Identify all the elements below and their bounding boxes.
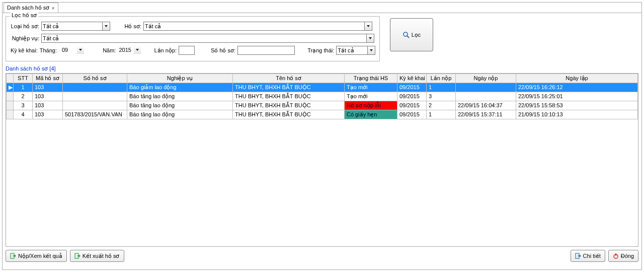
- ky-ke-khai-label: Kỳ kê khai:: [10, 47, 40, 53]
- filter-legend: Lọc hồ sơ: [10, 12, 38, 19]
- dong-button[interactable]: Đóng: [608, 250, 638, 262]
- cell-trang-thai: Hồ sơ nộp lỗi: [345, 101, 397, 110]
- table-row[interactable]: 2103Báo tăng lao độngTHU BHYT, BHXH BẮT …: [7, 92, 638, 101]
- table-row[interactable]: 3103Báo tăng lao độngTHU BHYT, BHXH BẮT …: [7, 101, 638, 110]
- cell-stt: 2: [14, 92, 33, 101]
- ho-so-table[interactable]: STT Mã hồ sơ Số hồ sơ Nghiệp vụ Tên hồ s…: [6, 73, 638, 247]
- thang-value: 09: [62, 47, 68, 53]
- col-ky-ke-khai[interactable]: Kỳ kê khai: [397, 74, 427, 83]
- ho-so-combo[interactable]: Tất cả: [143, 22, 372, 31]
- cell-so-ho-so: [63, 101, 127, 110]
- chevron-down-icon[interactable]: [367, 46, 375, 54]
- chevron-down-icon[interactable]: [366, 34, 374, 42]
- chi-tiet-button[interactable]: Chi tiết: [571, 250, 605, 262]
- close-icon[interactable]: ×: [51, 5, 54, 11]
- cell-trang-thai: Tạo mới: [345, 83, 397, 92]
- col-nghiep-vu[interactable]: Nghiệp vụ: [127, 74, 233, 83]
- cell-nghiep-vu: Báo tăng lao động: [127, 92, 233, 101]
- table-row[interactable]: 4103501783/2015/VAN.VANBáo tăng lao động…: [7, 110, 638, 119]
- cell-lan-nop: 2: [427, 101, 456, 110]
- cell-ma: 103: [33, 83, 63, 92]
- detail-icon: [575, 253, 581, 259]
- nam-combo[interactable]: 2015: [118, 46, 141, 55]
- cell-trang-thai: Có giấy hẹn: [345, 110, 397, 119]
- trang-thai-combo[interactable]: Tất cả: [336, 46, 375, 55]
- svg-line-1: [407, 36, 409, 38]
- loai-ho-so-label: Loại hồ sơ:: [10, 23, 41, 30]
- cell-ngay-lap: 22/09/15 16:26:12: [516, 83, 638, 92]
- cell-ten-ho-so: THU BHYT, BHXH BẮT BUỘC: [233, 92, 345, 101]
- so-ho-so-label: Số hồ sơ:: [206, 47, 237, 54]
- cell-ky-ke-khai: 09/2015: [397, 110, 427, 119]
- cell-ngay-lap: 22/09/15 16:25:01: [516, 92, 638, 101]
- footer: Nộp/Xem kết quả Kết xuất hồ sơ Chi tiết …: [3, 247, 641, 265]
- loai-ho-so-combo[interactable]: Tất cả: [41, 22, 110, 31]
- cell-ky-ke-khai: 09/2015: [397, 83, 427, 92]
- nam-label: Năm:: [98, 47, 118, 53]
- row-marker: [7, 101, 14, 110]
- cell-nghiep-vu: Báo giảm lao động: [127, 83, 233, 92]
- nop-xem-ket-qua-button[interactable]: Nộp/Xem kết quả: [6, 250, 67, 262]
- cell-stt: 3: [14, 101, 33, 110]
- nghiep-vu-combo[interactable]: Tất cả: [41, 34, 374, 43]
- cell-ten-ho-so: THU BHYT, BHXH BẮT BUỘC: [233, 83, 345, 92]
- cell-stt: 4: [14, 110, 33, 119]
- lan-nop-label: Lần nộp:: [152, 47, 179, 54]
- lan-nop-input[interactable]: [179, 46, 195, 55]
- loc-button[interactable]: Lọc: [390, 18, 433, 51]
- thang-combo[interactable]: 09: [61, 46, 84, 55]
- chevron-down-icon[interactable]: [102, 22, 110, 30]
- tab-danh-sach-ho-so[interactable]: Danh sách hồ sơ ×: [4, 3, 58, 13]
- cell-ky-ke-khai: 09/2015: [397, 101, 427, 110]
- cell-ma: 103: [33, 101, 63, 110]
- nop-xem-label: Nộp/Xem kết quả: [18, 253, 62, 259]
- ho-so-value: Tất cả: [145, 23, 161, 29]
- power-icon: [613, 253, 619, 259]
- cell-so-ho-so: [63, 92, 127, 101]
- ho-so-label: Hồ sơ:: [117, 23, 143, 30]
- col-stt[interactable]: STT: [14, 74, 33, 83]
- cell-ngay-lap: 21/09/15 10:10:13: [516, 110, 638, 119]
- nghiep-vu-label: Nghiệp vụ:: [10, 35, 41, 42]
- row-marker: [7, 92, 14, 101]
- col-ten-ho-so[interactable]: Tên hồ sơ: [233, 74, 345, 83]
- cell-ngay-nop: 22/09/15 15:37:11: [456, 110, 516, 119]
- subtitle: Danh sách hồ sơ [4]: [3, 65, 641, 72]
- cell-ngay-nop: [456, 83, 516, 92]
- table-header-row: STT Mã hồ sơ Số hồ sơ Nghiệp vụ Tên hồ s…: [7, 74, 638, 83]
- chevron-down-icon[interactable]: [134, 46, 141, 54]
- col-ma-ho-so[interactable]: Mã hồ sơ: [33, 74, 63, 83]
- cell-ngay-nop: 22/09/15 16:04:37: [456, 101, 516, 110]
- col-so-ho-so[interactable]: Số hồ sơ: [63, 74, 127, 83]
- chevron-down-icon[interactable]: [364, 22, 372, 30]
- col-lan-nop[interactable]: Lần nộp: [427, 74, 456, 83]
- cell-so-ho-so: [63, 83, 127, 92]
- svg-point-0: [404, 32, 408, 36]
- loc-label: Lọc: [412, 32, 421, 38]
- cell-stt: 1: [14, 83, 33, 92]
- so-ho-so-input[interactable]: [237, 46, 295, 55]
- tab-bar: Danh sách hồ sơ ×: [3, 3, 641, 13]
- tab-title: Danh sách hồ sơ: [7, 5, 49, 11]
- nghiep-vu-value: Tất cả: [43, 35, 59, 41]
- cell-trang-thai: Tạo mới: [345, 92, 397, 101]
- col-trang-thai[interactable]: Trạng thái HS: [345, 74, 397, 83]
- dong-label: Đóng: [621, 253, 634, 259]
- export-icon: [74, 253, 80, 259]
- table-row[interactable]: ▶1103Báo giảm lao độngTHU BHYT, BHXH BẮT…: [7, 83, 638, 92]
- trang-thai-label: Trạng thái:: [306, 47, 337, 54]
- ket-xuat-ho-so-button[interactable]: Kết xuất hồ sơ: [70, 250, 124, 262]
- row-marker: [7, 110, 14, 119]
- loai-ho-so-value: Tất cả: [43, 23, 59, 29]
- col-ngay-nop[interactable]: Ngày nộp: [456, 74, 516, 83]
- chevron-down-icon[interactable]: [77, 46, 84, 54]
- cell-ky-ke-khai: 09/2015: [397, 92, 427, 101]
- export-icon: [10, 253, 16, 259]
- cell-ngay-lap: 22/09/15 15:58:53: [516, 101, 638, 110]
- chi-tiet-label: Chi tiết: [583, 253, 601, 259]
- cell-ma: 103: [33, 92, 63, 101]
- cell-ngay-nop: [456, 92, 516, 101]
- col-ngay-lap[interactable]: Ngày lập: [516, 74, 638, 83]
- cell-lan-nop: 3: [427, 92, 456, 101]
- cell-ten-ho-so: THU BHYT, BHXH BẮT BUỘC: [233, 101, 345, 110]
